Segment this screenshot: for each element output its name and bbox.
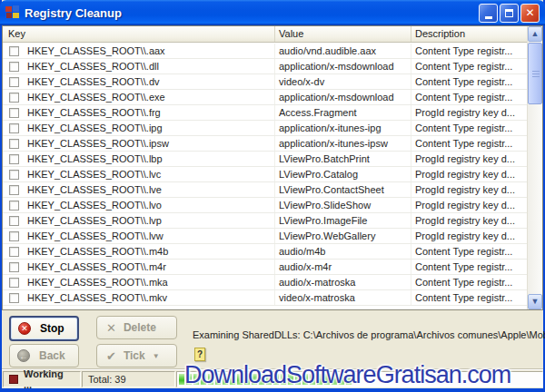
scroll-up-icon: ▲ — [531, 29, 540, 38]
column-header-description[interactable]: Description — [411, 26, 527, 42]
table-row[interactable]: HKEY_CLASSES_ROOT\\.dll application/x-ms… — [3, 59, 527, 74]
table-row[interactable]: HKEY_CLASSES_ROOT\\.lvc LViewPro.Catalog… — [3, 167, 527, 182]
scroll-down-button[interactable]: ▼ — [528, 294, 542, 309]
table-row[interactable]: HKEY_CLASSES_ROOT\\.ipg application/x-it… — [3, 121, 527, 136]
description-cell: Content Type registr... — [415, 277, 512, 288]
stop-button[interactable]: ✕ Stop — [9, 316, 79, 341]
table-row[interactable]: HKEY_CLASSES_ROOT\\.lbp LViewPro.BatchPr… — [3, 152, 527, 167]
row-checkbox[interactable] — [9, 247, 19, 257]
status-bar: Working ... Total: 39 — [2, 369, 543, 388]
row-checkbox[interactable] — [9, 201, 19, 211]
description-cell: ProgId registry key d... — [415, 215, 515, 226]
column-header-value[interactable]: Value — [275, 26, 411, 42]
description-cell: ProgId registry key d... — [415, 153, 515, 164]
row-checkbox[interactable] — [9, 77, 19, 87]
description-cell: Content Type registr... — [415, 45, 512, 56]
row-checkbox[interactable] — [9, 139, 19, 149]
scan-status-message: Examining SharedDLLs: C:\Archivos de pro… — [193, 329, 545, 342]
window-title: Registry Cleanup — [25, 6, 122, 20]
value-cell: LViewPro.Catalog — [279, 169, 358, 180]
row-checkbox[interactable] — [9, 46, 19, 56]
table-row[interactable]: HKEY_CLASSES_ROOT\\.dv video/x-dv Conten… — [3, 74, 527, 90]
value-cell: application/x-msdownload — [279, 61, 394, 72]
key-cell: HKEY_CLASSES_ROOT\\.lvp — [27, 215, 162, 226]
description-cell: ProgId registry key d... — [415, 200, 515, 211]
row-checkbox[interactable] — [9, 123, 19, 133]
key-cell: HKEY_CLASSES_ROOT\\.lvc — [27, 169, 161, 180]
registry-keys-table: Key Value Description HKEY_CLASSES_ROOT\… — [2, 25, 543, 310]
table-row[interactable]: HKEY_CLASSES_ROOT\\.lvo LViewPro.SlideSh… — [3, 198, 527, 213]
row-checkbox[interactable] — [9, 262, 19, 272]
key-cell: HKEY_CLASSES_ROOT\\.frg — [27, 107, 161, 118]
description-cell: Content Type registr... — [415, 92, 512, 103]
stop-icon: ✕ — [18, 322, 31, 335]
value-cell: LViewPro.SlideShow — [279, 200, 371, 211]
minimize-button[interactable] — [479, 4, 498, 23]
table-row[interactable]: HKEY_CLASSES_ROOT\\.ipsw application/x-i… — [3, 136, 527, 152]
working-indicator-icon — [9, 375, 18, 384]
table-row[interactable]: HKEY_CLASSES_ROOT\\.exe application/x-ms… — [3, 90, 527, 105]
description-cell: Content Type registr... — [415, 261, 512, 272]
back-icon: ← — [17, 349, 30, 362]
table-row[interactable]: HKEY_CLASSES_ROOT\\.lve LViewPro.Contact… — [3, 182, 527, 198]
key-cell: HKEY_CLASSES_ROOT\\.mkv — [27, 292, 167, 303]
close-button[interactable]: ✕ — [520, 4, 540, 23]
description-cell: Content Type registr... — [415, 76, 512, 87]
description-cell: Content Type registr... — [415, 246, 512, 257]
scroll-up-button[interactable]: ▲ — [528, 26, 542, 42]
key-cell: HKEY_CLASSES_ROOT\\.lbp — [27, 153, 163, 164]
row-checkbox[interactable] — [9, 170, 19, 180]
table-row[interactable]: HKEY_CLASSES_ROOT\\.lvp LViewPro.ImageFi… — [3, 213, 527, 229]
row-checkbox[interactable] — [9, 93, 19, 103]
table-row[interactable]: HKEY_CLASSES_ROOT\\.m4b audio/m4b Conten… — [3, 244, 527, 260]
row-checkbox[interactable] — [9, 278, 19, 288]
key-cell: HKEY_CLASSES_ROOT\\.ipsw — [27, 138, 169, 149]
table-row[interactable]: HKEY_CLASSES_ROOT\\.frg Access.Fragment … — [3, 105, 527, 121]
value-cell: application/x-itunes-ipg — [279, 122, 382, 133]
row-checkbox[interactable] — [9, 185, 19, 195]
progress-bar — [178, 373, 541, 386]
tick-button-label: Tick — [124, 349, 145, 362]
row-checkbox[interactable] — [9, 154, 19, 164]
value-cell: Access.Fragment — [279, 107, 357, 118]
description-cell: Content Type registr... — [415, 122, 512, 133]
delete-icon: ✕ — [106, 321, 116, 335]
description-cell: ProgId registry key d... — [415, 107, 515, 118]
key-cell: HKEY_CLASSES_ROOT\\.lve — [27, 184, 162, 195]
key-cell: HKEY_CLASSES_ROOT\\.lvo — [27, 200, 162, 211]
help-icon[interactable]: ? — [194, 348, 205, 361]
working-status-label: Working ... — [24, 368, 74, 390]
tick-icon: ✔ — [106, 349, 116, 363]
maximize-icon — [505, 9, 513, 17]
tick-button[interactable]: ✔ Tick ▼ — [96, 344, 177, 368]
value-cell: LViewPro.BatchPrint — [279, 153, 370, 164]
progress-panel — [176, 371, 543, 387]
table-row[interactable]: HKEY_CLASSES_ROOT\\.mka audio/x-matroska… — [3, 275, 527, 290]
scrollbar-thumb[interactable] — [528, 43, 542, 104]
vertical-scrollbar[interactable]: ▲ ▼ — [527, 26, 542, 309]
description-cell: Content Type registr... — [415, 138, 512, 149]
value-cell: audio/x-matroska — [279, 277, 355, 288]
table-row[interactable]: HKEY_CLASSES_ROOT\\.lvw LViewPro.WebGall… — [3, 229, 527, 244]
value-cell: LViewPro.WebGallery — [279, 230, 375, 241]
table-row[interactable]: HKEY_CLASSES_ROOT\\.m4r audio/x-m4r Cont… — [3, 260, 527, 275]
delete-button-label: Delete — [124, 321, 156, 334]
column-header-key[interactable]: Key — [3, 26, 275, 42]
total-count-label: Total: 39 — [88, 374, 126, 385]
table-row[interactable]: HKEY_CLASSES_ROOT\\.aax audio/vnd.audibl… — [3, 44, 527, 59]
value-cell: LViewPro.ImageFile — [279, 215, 367, 226]
row-checkbox[interactable] — [9, 293, 19, 303]
row-checkbox[interactable] — [9, 231, 19, 241]
title-bar: Registry Cleanup ✕ — [0, 0, 545, 25]
back-button[interactable]: ← Back — [9, 344, 79, 368]
value-cell: video/x-dv — [279, 76, 324, 87]
key-cell: HKEY_CLASSES_ROOT\\.ipg — [27, 122, 163, 133]
delete-button[interactable]: ✕ Delete — [96, 316, 177, 339]
table-row[interactable]: HKEY_CLASSES_ROOT\\.mkv video/x-matroska… — [3, 290, 527, 306]
row-checkbox[interactable] — [9, 108, 19, 118]
key-cell: HKEY_CLASSES_ROOT\\.lvw — [27, 230, 164, 241]
row-checkbox[interactable] — [9, 216, 19, 226]
description-cell: ProgId registry key d... — [415, 169, 515, 180]
row-checkbox[interactable] — [9, 62, 19, 72]
maximize-button[interactable] — [500, 4, 519, 23]
